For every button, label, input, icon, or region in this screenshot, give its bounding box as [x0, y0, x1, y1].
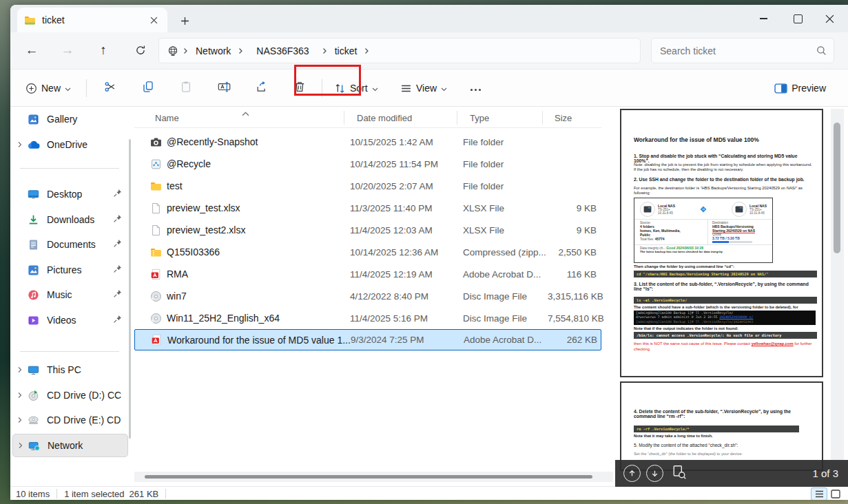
pin-icon: [113, 188, 124, 200]
share-button[interactable]: [248, 76, 276, 100]
details-view-button[interactable]: [811, 487, 827, 501]
file-row[interactable]: Win11_25H2_English_x64 11/4/2025 5:16 PM…: [134, 307, 601, 329]
plus-circle-icon: [25, 83, 37, 94]
file-row[interactable]: @Recycle 10/14/2025 11:54 PM File folder: [134, 153, 601, 175]
sidebar-item-videos[interactable]: Videos: [12, 308, 128, 332]
preview-scrollbar[interactable]: [831, 109, 844, 460]
chevron-right-icon[interactable]: [13, 442, 28, 449]
refresh-button[interactable]: [129, 39, 152, 62]
chevron-down-icon: [441, 82, 447, 94]
selection-size: 261 KB: [130, 489, 159, 499]
file-explorer-window: ticket ← → ↑ Network NAS36F363: [10, 5, 848, 500]
tab-strip: ticket: [10, 5, 848, 32]
chevron-right-icon: [361, 48, 373, 54]
command-error: /bin/ls: cannot access .VersionRecycle/:…: [634, 332, 817, 339]
paste-button[interactable]: [172, 76, 200, 100]
chevron-right-icon[interactable]: [12, 366, 28, 373]
file-row[interactable]: preview_test.xlsx 11/3/2025 11:40 PM XLS…: [134, 197, 601, 219]
up-button[interactable]: ↑: [92, 39, 115, 62]
breadcrumb: Network NAS36F363 ticket: [158, 38, 641, 63]
rename-button[interactable]: [210, 76, 238, 100]
chevron-down-icon: [65, 82, 71, 94]
network-globe-icon: [167, 45, 178, 56]
crumb-network[interactable]: Network: [192, 45, 235, 56]
column-headers: Name Date modified Type Size: [134, 109, 601, 127]
column-header-date[interactable]: Date modified: [350, 113, 463, 123]
file-row[interactable]: @Recently-Snapshot 10/15/2025 1:42 AM Fi…: [134, 131, 601, 153]
chevron-right-icon: [180, 48, 192, 54]
sidebar-item-pictures[interactable]: Pictures: [12, 258, 128, 282]
pin-icon: [113, 314, 124, 326]
pdf-page-2: 4. Delete the content of the sub-folder,…: [620, 381, 823, 471]
sidebar-item-music[interactable]: Music: [12, 283, 128, 306]
new-button[interactable]: New: [20, 76, 76, 100]
sidebar-item-desktop[interactable]: Desktop: [12, 182, 128, 206]
command-ls: ls -al .VersionRecycle/: [634, 297, 817, 304]
tab-close-icon[interactable]: [147, 13, 161, 27]
column-header-type[interactable]: Type: [463, 113, 548, 123]
sidebar-item-this-pc[interactable]: This PC: [12, 358, 128, 381]
copy-icon: [142, 81, 154, 96]
file-row[interactable]: win7 4/12/2022 8:40 PM Disc Image File 3…: [134, 285, 601, 307]
copy-button[interactable]: [134, 76, 162, 100]
page-down-icon[interactable]: [646, 465, 663, 482]
chevron-right-icon: [235, 48, 247, 54]
cut-button[interactable]: [96, 76, 124, 100]
recycle-bin-icon: [150, 158, 162, 170]
file-row[interactable]: Q155I03366 10/14/2025 12:36 AM Compresse…: [134, 241, 601, 263]
minimize-button[interactable]: [747, 5, 779, 32]
close-button[interactable]: [814, 5, 845, 32]
sidebar-scrollbar[interactable]: [129, 139, 131, 439]
pin-icon: [113, 264, 124, 276]
disc-image-icon: [150, 291, 162, 302]
file-row[interactable]: preview_test2.xlsx 11/4/2025 12:03 AM XL…: [134, 219, 601, 241]
doc-title: Workaround for the issue of MD5 value 10…: [634, 136, 814, 143]
search-box[interactable]: [651, 38, 834, 63]
cd-drive-icon: [28, 414, 40, 426]
pdf-page-1: Workaround for the issue of MD5 value 10…: [620, 109, 823, 377]
page-zoom-icon[interactable]: [672, 465, 687, 483]
column-header-size[interactable]: Size: [548, 113, 601, 123]
sidebar-item-downloads[interactable]: Downloads: [12, 208, 128, 231]
file-row[interactable]: RMA 11/4/2025 12:19 AM Adobe Acrobat D..…: [134, 263, 601, 285]
chevron-right-icon[interactable]: [12, 392, 28, 399]
file-row-selected[interactable]: Workaround for the issue of MD5 value 1.…: [134, 329, 601, 350]
chevron-right-icon: [319, 48, 331, 54]
sidebar-item-documents[interactable]: Documents: [12, 233, 128, 256]
nas-device-icon: [732, 202, 747, 217]
more-button[interactable]: [462, 76, 489, 100]
sidebar-item-onedrive[interactable]: OneDrive: [12, 133, 128, 156]
folder-icon: [24, 14, 36, 26]
new-tab-button[interactable]: [176, 12, 194, 30]
view-button[interactable]: View: [396, 76, 451, 100]
page-up-icon[interactable]: [623, 465, 641, 482]
item-count: 10 items: [16, 489, 50, 499]
chevron-right-icon[interactable]: [12, 417, 28, 423]
forward-button[interactable]: →: [56, 39, 79, 62]
crumb-ticket[interactable]: ticket: [331, 45, 362, 56]
maximize-button[interactable]: [782, 5, 814, 32]
back-button[interactable]: ←: [20, 39, 43, 62]
gallery-icon: [28, 113, 40, 125]
file-row[interactable]: test 10/20/2025 2:07 AM File folder: [134, 175, 601, 197]
command-toolbar: New Sort View: [10, 69, 848, 107]
sidebar-item-cd-drive-d[interactable]: CD Drive (D:) CC: [12, 384, 128, 407]
crumb-nas36f363[interactable]: NAS36F363: [247, 45, 318, 56]
file-icon: [150, 202, 162, 214]
network-icon: [28, 439, 41, 452]
more-icon: [470, 82, 482, 94]
address-bar: ← → ↑ Network NAS36F363 ticket: [10, 32, 848, 69]
chevron-right-icon[interactable]: [12, 141, 28, 148]
search-input[interactable]: [659, 45, 816, 57]
annotation-red-box: [294, 65, 361, 96]
tab-ticket[interactable]: ticket: [17, 8, 167, 32]
preview-toggle[interactable]: Preview: [769, 76, 836, 100]
paste-icon: [180, 81, 192, 96]
thumbnail-view-button[interactable]: [827, 487, 844, 501]
sidebar-item-network[interactable]: Network: [12, 434, 128, 457]
horizontal-scrollbar[interactable]: [134, 472, 613, 482]
sidebar-item-gallery[interactable]: Gallery: [12, 107, 128, 131]
pdf-icon: [151, 334, 163, 346]
sidebar-item-cd-drive-e[interactable]: CD Drive (E:) CD: [12, 408, 128, 432]
email-link[interactable]: yellowhao@qnap.com: [752, 342, 794, 346]
